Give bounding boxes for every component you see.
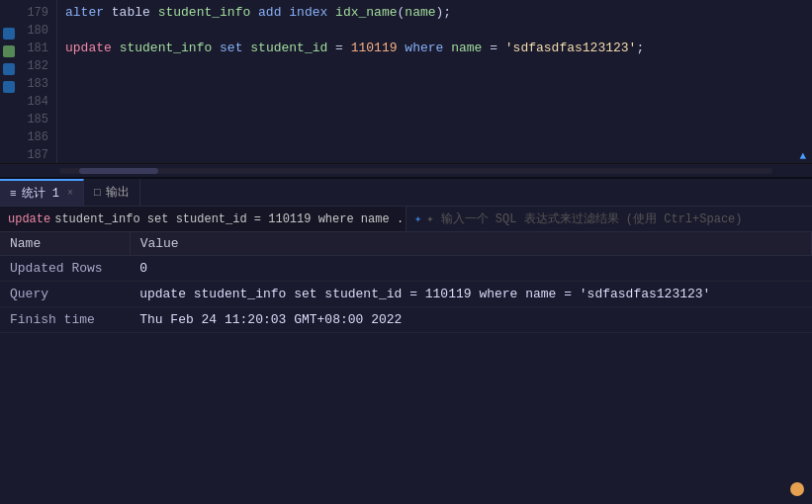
id-student-info-1: student_info — [158, 4, 251, 22]
table-row: Updated Rows 0 — [0, 256, 812, 282]
id-name-2: name — [451, 40, 482, 57]
code-line-183 — [57, 75, 812, 93]
row-value-finish-time: Thu Feb 24 11:20:03 GMT+08:00 2022 — [130, 307, 811, 333]
code-line-184 — [57, 93, 812, 111]
code-line-182 — [57, 57, 812, 75]
table-row: Finish time Thu Feb 24 11:20:03 GMT+08:0… — [0, 307, 812, 333]
row-name-updated-rows: Updated Rows — [0, 256, 130, 282]
editor-area: 179 180 181 182 183 184 185 186 187 alte… — [0, 0, 812, 163]
gutter-icon-4 — [3, 81, 15, 93]
h-scrollbar-thumb[interactable] — [79, 168, 158, 174]
stats-tab-close[interactable]: × — [67, 188, 73, 199]
col-value: Value — [130, 232, 811, 256]
id-student-info-2: student_info — [120, 40, 213, 57]
row-name-finish-time: Finish time — [0, 307, 130, 333]
status-dot — [790, 482, 804, 496]
val-sdfas: 'sdfasdfas123123' — [505, 40, 637, 57]
kw-index: index — [289, 4, 327, 22]
col-name: Name — [0, 232, 130, 256]
gutter-icon-1 — [3, 28, 15, 40]
output-tab-icon: □ — [94, 187, 101, 199]
kw-where: where — [405, 40, 443, 57]
sql-filter-icon: ✦ — [414, 211, 421, 226]
row-name-query: Query — [0, 282, 130, 307]
stats-tab-label: 统计 1 — [22, 185, 59, 202]
bottom-panel: ≡ 统计 1 × □ 输出 update student_info set st… — [0, 179, 812, 504]
table-row: Query update student_info set student_id… — [0, 282, 812, 307]
gutter-icon-3 — [3, 63, 15, 75]
tab-output[interactable]: □ 输出 — [84, 179, 140, 206]
line-numbers: 179 180 181 182 183 184 185 186 187 — [18, 0, 57, 163]
tab-stats[interactable]: ≡ 统计 1 × — [0, 179, 84, 206]
code-line-185 — [57, 111, 812, 128]
row-value-query: update student_info set student_id = 110… — [130, 282, 811, 307]
kw-alter: alter — [65, 4, 104, 22]
scroll-arrow-indicator: ▲ — [799, 150, 806, 162]
query-keyword: update — [8, 212, 50, 226]
code-line-186 — [57, 128, 812, 146]
kw-set: set — [220, 40, 242, 57]
query-rest: student_info set student_id = 110119 whe… — [54, 212, 406, 226]
h-scrollbar-track[interactable] — [59, 168, 772, 174]
id-student-id: student_id — [250, 40, 327, 57]
filter-query-text[interactable]: update student_info set student_id = 110… — [0, 207, 406, 231]
left-gutter-icons — [0, 0, 18, 163]
sql-filter-placeholder: ✦ 输入一个 SQL 表达式来过滤结果 (使用 Ctrl+Space) — [426, 210, 742, 227]
kw-update: update — [65, 40, 112, 57]
code-line-181: update student_info set student_id = 110… — [57, 40, 812, 57]
table-header-row: Name Value — [0, 232, 812, 256]
gutter-icon-2 — [3, 45, 15, 57]
panel-tabs: ≡ 统计 1 × □ 输出 — [0, 179, 812, 207]
results-table: Name Value Updated Rows 0 Query update s… — [0, 232, 812, 333]
kw-add: add — [258, 4, 281, 22]
code-line-180 — [57, 22, 812, 40]
output-tab-label: 输出 — [106, 184, 130, 201]
stats-tab-icon: ≡ — [10, 188, 17, 200]
id-name: name — [405, 4, 435, 22]
main-container: 179 180 181 182 183 184 185 186 187 alte… — [0, 0, 812, 504]
filter-bar: update student_info set student_id = 110… — [0, 207, 812, 232]
row-value-updated-rows: 0 — [130, 256, 811, 282]
val-110119: 110119 — [351, 40, 398, 57]
id-idx-name: idx_name — [335, 4, 397, 22]
code-line-179: alter table student_info add index idx_n… — [57, 4, 812, 22]
code-editor[interactable]: alter table student_info add index idx_n… — [57, 0, 812, 163]
filter-sql-input[interactable]: ✦ ✦ 输入一个 SQL 表达式来过滤结果 (使用 Ctrl+Space) — [406, 207, 812, 231]
